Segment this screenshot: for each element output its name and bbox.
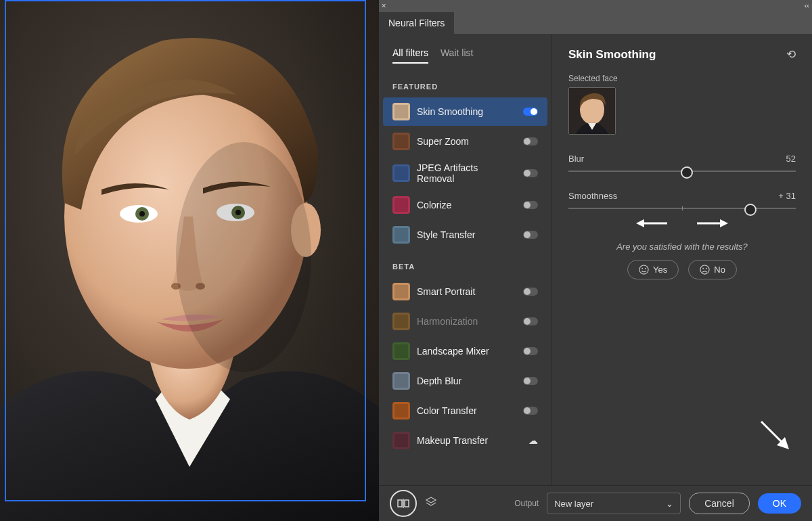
svg-rect-33	[394, 434, 408, 447]
feedback-no-label: No	[714, 265, 725, 275]
annotation-arrow-icon	[758, 418, 792, 454]
svg-rect-13	[394, 105, 408, 118]
svg-rect-21	[394, 228, 408, 242]
feedback-no-button[interactable]: No	[688, 260, 737, 279]
svg-rect-19	[394, 198, 408, 212]
filter-item[interactable]: Super Zoom	[383, 127, 547, 156]
filter-toggle[interactable]	[523, 317, 538, 325]
output-dropdown[interactable]: New layer ⌄	[547, 493, 681, 514]
filter-label: JPEG Artifacts Removal	[417, 162, 516, 184]
arrow-left-icon	[636, 219, 669, 228]
svg-marker-47	[777, 437, 789, 449]
cloud-download-icon[interactable]: ☁	[528, 435, 538, 446]
filter-item[interactable]: Style Transfer	[383, 221, 547, 249]
filter-thumb	[392, 342, 410, 360]
layers-icon[interactable]	[425, 496, 437, 511]
document-canvas[interactable]	[0, 0, 379, 521]
close-icon[interactable]: ×	[382, 1, 386, 9]
filter-toggle[interactable]	[523, 288, 538, 296]
svg-point-5	[139, 211, 145, 217]
filter-thumb	[392, 372, 410, 390]
filter-label: Super Zoom	[417, 136, 516, 147]
output-label: Output	[514, 499, 539, 508]
svg-marker-37	[636, 219, 644, 227]
svg-rect-23	[394, 285, 408, 298]
filter-thumb	[392, 133, 410, 150]
slider-blur-value: 52	[786, 154, 796, 164]
filter-thumb	[392, 103, 410, 120]
slider-blur-handle[interactable]	[681, 166, 693, 179]
svg-rect-25	[394, 315, 408, 328]
compare-icon	[397, 497, 409, 509]
filter-label: Style Transfer	[417, 229, 516, 240]
filter-thumb	[392, 313, 410, 330]
filter-toggle[interactable]	[523, 407, 538, 415]
filter-thumb	[392, 283, 410, 300]
panel-tabbar: Neural Filters	[379, 12, 812, 34]
svg-point-11	[176, 142, 311, 372]
feedback-yes-button[interactable]: Yes	[627, 260, 679, 279]
selected-face-thumb[interactable]	[568, 87, 616, 135]
panel-footer: Output New layer ⌄ Cancel OK	[379, 485, 812, 521]
svg-point-44	[703, 268, 704, 269]
portrait-image	[0, 0, 379, 521]
svg-point-45	[706, 268, 707, 269]
filter-title: Skin Smoothing	[568, 48, 656, 62]
arrow-right-icon	[696, 219, 728, 228]
chevron-down-icon: ⌄	[666, 499, 673, 509]
filter-item[interactable]: Landscape Mixer	[383, 337, 547, 365]
selected-face-label: Selected face	[568, 74, 796, 83]
output-dropdown-value: New layer	[554, 499, 593, 509]
filter-item[interactable]: Smart Portrait	[383, 277, 547, 306]
svg-marker-39	[720, 219, 728, 227]
slider-blur-track[interactable]	[568, 171, 796, 172]
slider-blur-label: Blur	[568, 154, 584, 164]
frown-icon	[700, 265, 710, 275]
filter-thumb	[392, 164, 410, 182]
subtab-wait-list[interactable]: Wait list	[441, 47, 473, 64]
svg-point-42	[645, 268, 646, 269]
svg-point-41	[641, 268, 643, 269]
filter-label: Harmonization	[417, 316, 516, 327]
svg-rect-15	[394, 135, 408, 148]
svg-rect-48	[398, 500, 402, 507]
slider-smoothness-value: + 31	[778, 191, 796, 201]
panel-titlebar: × ‹‹	[379, 0, 812, 12]
filter-toggle[interactable]	[523, 137, 538, 145]
cancel-button[interactable]: Cancel	[689, 493, 750, 514]
filter-toggle[interactable]	[523, 377, 538, 385]
filter-toggle[interactable]	[523, 347, 538, 355]
slider-smoothness-handle[interactable]	[744, 204, 757, 216]
svg-rect-31	[394, 404, 408, 417]
svg-marker-51	[426, 497, 436, 503]
filter-thumb	[392, 432, 410, 449]
slider-smoothness-label: Smoothness	[568, 191, 617, 201]
collapse-icon[interactable]: ‹‹	[805, 1, 809, 9]
before-after-button[interactable]	[390, 490, 417, 517]
filter-item[interactable]: Color Transfer	[383, 397, 547, 425]
subtab-all-filters[interactable]: All filters	[392, 47, 428, 64]
slider-smoothness-track[interactable]	[568, 208, 796, 209]
filter-item[interactable]: Harmonization	[383, 307, 547, 336]
svg-line-46	[761, 422, 785, 445]
filter-toggle[interactable]	[523, 201, 538, 209]
tab-neural-filters[interactable]: Neural Filters	[379, 12, 454, 34]
feedback-yes-label: Yes	[653, 265, 667, 275]
filter-item[interactable]: Depth Blur	[383, 367, 547, 395]
feedback-question: Are you satisfied with the results?	[568, 242, 796, 252]
filter-item[interactable]: JPEG Artifacts Removal	[383, 157, 547, 189]
filter-item[interactable]: Colorize	[383, 191, 547, 219]
ok-button[interactable]: OK	[758, 493, 801, 514]
filter-label: Color Transfer	[417, 405, 516, 416]
filter-toggle[interactable]	[523, 108, 538, 116]
section-beta: BETA	[379, 250, 551, 276]
filter-toggle[interactable]	[523, 231, 538, 239]
filter-item[interactable]: Skin Smoothing	[383, 97, 547, 126]
filter-label: Smart Portrait	[417, 286, 516, 297]
svg-point-43	[700, 265, 709, 274]
filter-item[interactable]: Makeup Transfer☁	[383, 426, 547, 455]
filter-toggle[interactable]	[523, 169, 538, 177]
svg-rect-27	[394, 344, 408, 358]
filter-label: Colorize	[417, 200, 516, 210]
reset-icon[interactable]: ⟲	[786, 47, 796, 62]
